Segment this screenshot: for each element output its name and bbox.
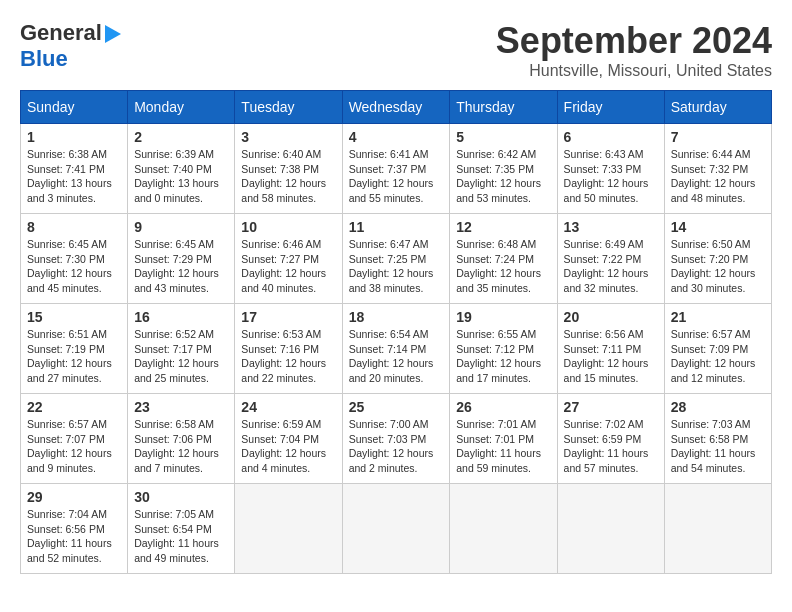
- day-number: 15: [27, 309, 121, 325]
- day-number: 4: [349, 129, 444, 145]
- day-number: 24: [241, 399, 335, 415]
- calendar-cell: 21Sunrise: 6:57 AMSunset: 7:09 PMDayligh…: [664, 304, 771, 394]
- logo-arrow-icon: [105, 25, 121, 43]
- day-number: 23: [134, 399, 228, 415]
- calendar-cell: 13Sunrise: 6:49 AMSunset: 7:22 PMDayligh…: [557, 214, 664, 304]
- calendar-cell: 8Sunrise: 6:45 AMSunset: 7:30 PMDaylight…: [21, 214, 128, 304]
- calendar-cell: 3Sunrise: 6:40 AMSunset: 7:38 PMDaylight…: [235, 124, 342, 214]
- day-info: Sunrise: 6:45 AMSunset: 7:30 PMDaylight:…: [27, 237, 121, 296]
- logo-blue: Blue: [20, 46, 68, 71]
- day-info: Sunrise: 6:59 AMSunset: 7:04 PMDaylight:…: [241, 417, 335, 476]
- calendar-cell: 30Sunrise: 7:05 AMSunset: 6:54 PMDayligh…: [128, 484, 235, 574]
- day-info: Sunrise: 6:38 AMSunset: 7:41 PMDaylight:…: [27, 147, 121, 206]
- day-number: 3: [241, 129, 335, 145]
- calendar-cell: 24Sunrise: 6:59 AMSunset: 7:04 PMDayligh…: [235, 394, 342, 484]
- calendar-header-row: SundayMondayTuesdayWednesdayThursdayFrid…: [21, 91, 772, 124]
- day-info: Sunrise: 6:55 AMSunset: 7:12 PMDaylight:…: [456, 327, 550, 386]
- day-info: Sunrise: 6:41 AMSunset: 7:37 PMDaylight:…: [349, 147, 444, 206]
- day-number: 5: [456, 129, 550, 145]
- day-info: Sunrise: 6:47 AMSunset: 7:25 PMDaylight:…: [349, 237, 444, 296]
- calendar-cell: 15Sunrise: 6:51 AMSunset: 7:19 PMDayligh…: [21, 304, 128, 394]
- day-number: 22: [27, 399, 121, 415]
- calendar-cell: 1Sunrise: 6:38 AMSunset: 7:41 PMDaylight…: [21, 124, 128, 214]
- calendar-cell: 25Sunrise: 7:00 AMSunset: 7:03 PMDayligh…: [342, 394, 450, 484]
- calendar-cell: [450, 484, 557, 574]
- calendar-cell: 23Sunrise: 6:58 AMSunset: 7:06 PMDayligh…: [128, 394, 235, 484]
- calendar-cell: 29Sunrise: 7:04 AMSunset: 6:56 PMDayligh…: [21, 484, 128, 574]
- day-info: Sunrise: 6:39 AMSunset: 7:40 PMDaylight:…: [134, 147, 228, 206]
- calendar-cell: 16Sunrise: 6:52 AMSunset: 7:17 PMDayligh…: [128, 304, 235, 394]
- calendar-cell: 10Sunrise: 6:46 AMSunset: 7:27 PMDayligh…: [235, 214, 342, 304]
- day-info: Sunrise: 6:51 AMSunset: 7:19 PMDaylight:…: [27, 327, 121, 386]
- calendar-cell: 27Sunrise: 7:02 AMSunset: 6:59 PMDayligh…: [557, 394, 664, 484]
- day-info: Sunrise: 6:56 AMSunset: 7:11 PMDaylight:…: [564, 327, 658, 386]
- day-number: 29: [27, 489, 121, 505]
- day-number: 11: [349, 219, 444, 235]
- calendar-table: SundayMondayTuesdayWednesdayThursdayFrid…: [20, 90, 772, 574]
- day-info: Sunrise: 6:52 AMSunset: 7:17 PMDaylight:…: [134, 327, 228, 386]
- day-number: 12: [456, 219, 550, 235]
- day-number: 16: [134, 309, 228, 325]
- title-block: September 2024 Huntsville, Missouri, Uni…: [496, 20, 772, 80]
- day-info: Sunrise: 6:40 AMSunset: 7:38 PMDaylight:…: [241, 147, 335, 206]
- weekday-header-monday: Monday: [128, 91, 235, 124]
- day-number: 17: [241, 309, 335, 325]
- calendar-week-row: 29Sunrise: 7:04 AMSunset: 6:56 PMDayligh…: [21, 484, 772, 574]
- calendar-cell: 14Sunrise: 6:50 AMSunset: 7:20 PMDayligh…: [664, 214, 771, 304]
- calendar-cell: 18Sunrise: 6:54 AMSunset: 7:14 PMDayligh…: [342, 304, 450, 394]
- calendar-cell: [342, 484, 450, 574]
- calendar-cell: [235, 484, 342, 574]
- calendar-cell: 2Sunrise: 6:39 AMSunset: 7:40 PMDaylight…: [128, 124, 235, 214]
- weekday-header-tuesday: Tuesday: [235, 91, 342, 124]
- day-number: 27: [564, 399, 658, 415]
- calendar-cell: 4Sunrise: 6:41 AMSunset: 7:37 PMDaylight…: [342, 124, 450, 214]
- calendar-week-row: 8Sunrise: 6:45 AMSunset: 7:30 PMDaylight…: [21, 214, 772, 304]
- day-number: 19: [456, 309, 550, 325]
- day-number: 26: [456, 399, 550, 415]
- day-info: Sunrise: 6:54 AMSunset: 7:14 PMDaylight:…: [349, 327, 444, 386]
- day-info: Sunrise: 7:03 AMSunset: 6:58 PMDaylight:…: [671, 417, 765, 476]
- day-info: Sunrise: 6:53 AMSunset: 7:16 PMDaylight:…: [241, 327, 335, 386]
- day-number: 30: [134, 489, 228, 505]
- weekday-header-sunday: Sunday: [21, 91, 128, 124]
- day-number: 6: [564, 129, 658, 145]
- weekday-header-wednesday: Wednesday: [342, 91, 450, 124]
- day-number: 14: [671, 219, 765, 235]
- day-info: Sunrise: 7:04 AMSunset: 6:56 PMDaylight:…: [27, 507, 121, 566]
- day-info: Sunrise: 6:48 AMSunset: 7:24 PMDaylight:…: [456, 237, 550, 296]
- calendar-cell: 26Sunrise: 7:01 AMSunset: 7:01 PMDayligh…: [450, 394, 557, 484]
- weekday-header-friday: Friday: [557, 91, 664, 124]
- weekday-header-thursday: Thursday: [450, 91, 557, 124]
- logo-general: General: [20, 20, 102, 46]
- calendar-cell: 20Sunrise: 6:56 AMSunset: 7:11 PMDayligh…: [557, 304, 664, 394]
- calendar-cell: 7Sunrise: 6:44 AMSunset: 7:32 PMDaylight…: [664, 124, 771, 214]
- page-header: General Blue September 2024 Huntsville, …: [20, 20, 772, 80]
- day-number: 7: [671, 129, 765, 145]
- day-info: Sunrise: 7:02 AMSunset: 6:59 PMDaylight:…: [564, 417, 658, 476]
- day-number: 21: [671, 309, 765, 325]
- day-number: 9: [134, 219, 228, 235]
- day-number: 18: [349, 309, 444, 325]
- day-number: 25: [349, 399, 444, 415]
- day-info: Sunrise: 6:57 AMSunset: 7:07 PMDaylight:…: [27, 417, 121, 476]
- calendar-cell: [557, 484, 664, 574]
- day-info: Sunrise: 6:42 AMSunset: 7:35 PMDaylight:…: [456, 147, 550, 206]
- location: Huntsville, Missouri, United States: [496, 62, 772, 80]
- day-info: Sunrise: 7:00 AMSunset: 7:03 PMDaylight:…: [349, 417, 444, 476]
- calendar-week-row: 22Sunrise: 6:57 AMSunset: 7:07 PMDayligh…: [21, 394, 772, 484]
- day-info: Sunrise: 6:57 AMSunset: 7:09 PMDaylight:…: [671, 327, 765, 386]
- day-info: Sunrise: 6:58 AMSunset: 7:06 PMDaylight:…: [134, 417, 228, 476]
- day-info: Sunrise: 7:05 AMSunset: 6:54 PMDaylight:…: [134, 507, 228, 566]
- calendar-cell: 9Sunrise: 6:45 AMSunset: 7:29 PMDaylight…: [128, 214, 235, 304]
- day-info: Sunrise: 6:50 AMSunset: 7:20 PMDaylight:…: [671, 237, 765, 296]
- month-title: September 2024: [496, 20, 772, 62]
- calendar-cell: 11Sunrise: 6:47 AMSunset: 7:25 PMDayligh…: [342, 214, 450, 304]
- calendar-week-row: 1Sunrise: 6:38 AMSunset: 7:41 PMDaylight…: [21, 124, 772, 214]
- day-info: Sunrise: 7:01 AMSunset: 7:01 PMDaylight:…: [456, 417, 550, 476]
- day-number: 8: [27, 219, 121, 235]
- calendar-week-row: 15Sunrise: 6:51 AMSunset: 7:19 PMDayligh…: [21, 304, 772, 394]
- day-info: Sunrise: 6:45 AMSunset: 7:29 PMDaylight:…: [134, 237, 228, 296]
- day-number: 28: [671, 399, 765, 415]
- calendar-cell: 28Sunrise: 7:03 AMSunset: 6:58 PMDayligh…: [664, 394, 771, 484]
- calendar-cell: 5Sunrise: 6:42 AMSunset: 7:35 PMDaylight…: [450, 124, 557, 214]
